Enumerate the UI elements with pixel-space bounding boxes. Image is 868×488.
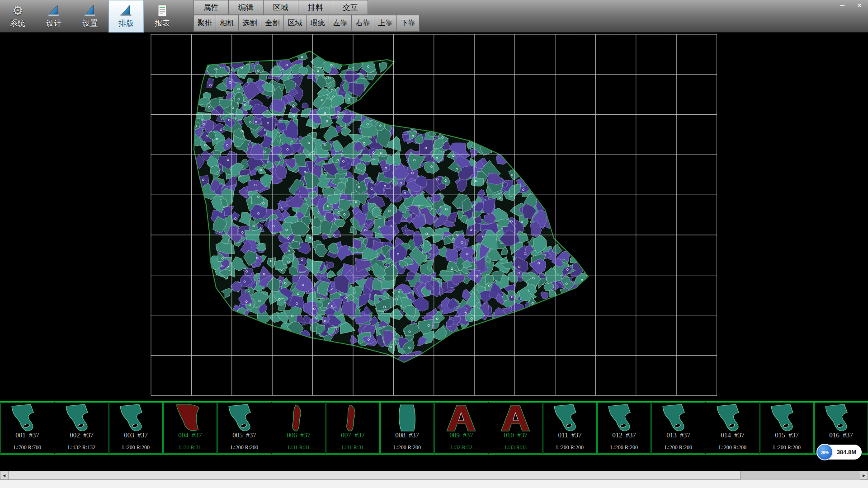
part-counts: L:132 R:132: [55, 444, 108, 451]
tool-button-聚排[interactable]: 聚排: [193, 15, 216, 32]
horizontal-scrollbar[interactable]: ◀ ▶: [0, 471, 868, 480]
part-counts: L:200 R:200: [598, 444, 651, 451]
part-counts: L:32 R:32: [435, 444, 488, 451]
part-shape: [711, 404, 755, 432]
part-shape: [6, 404, 49, 432]
part-thumbnail[interactable]: 009_#37L:32 R:32: [434, 402, 488, 454]
menu-tab-属性[interactable]: 属性: [193, 0, 229, 15]
part-shape: [820, 404, 863, 432]
part-thumbnail[interactable]: 005_#37L:200 R:200: [217, 402, 271, 454]
part-shape: [548, 404, 592, 432]
app-button-report-label: 报表: [155, 18, 170, 28]
tool-button-左靠[interactable]: 左靠: [329, 15, 352, 32]
scroll-left-arrow[interactable]: ◀: [0, 471, 8, 480]
part-thumbnail[interactable]: 011_#37L:200 R:200: [543, 402, 597, 454]
app-button-settings-label: 设置: [82, 18, 98, 28]
part-shape: [657, 404, 700, 432]
part-thumbnail[interactable]: 003_#37L:200 R:200: [109, 402, 163, 454]
part-name: 003_#37: [109, 432, 162, 439]
part-name: 014_#37: [706, 432, 759, 439]
part-name: 004_#37: [164, 432, 217, 439]
tool-button-区域[interactable]: 区域: [284, 15, 307, 32]
part-shape: [765, 404, 809, 432]
part-name: 001_#37: [1, 432, 54, 439]
part-counts: L:33 R:33: [489, 444, 542, 451]
part-name: 005_#37: [218, 432, 271, 439]
app-button-report[interactable]: 报表: [145, 0, 180, 33]
settings-icon: [83, 4, 97, 18]
part-thumbnail[interactable]: 014_#37L:200 R:200: [706, 402, 760, 454]
progress-ring: 38%: [816, 444, 833, 460]
part-shape: [331, 404, 375, 432]
close-button[interactable]: ✕: [854, 1, 865, 10]
tool-button-上靠[interactable]: 上靠: [374, 15, 397, 32]
menu-tab-排料[interactable]: 排料: [298, 0, 333, 15]
tool-button-下靠[interactable]: 下靠: [397, 15, 420, 32]
scroll-right-arrow[interactable]: ▶: [860, 471, 868, 480]
app-button-design[interactable]: 设计: [36, 0, 71, 33]
part-name: 009_#37: [435, 432, 488, 439]
part-counts: L:31 R:31: [164, 444, 217, 451]
menu-tab-区域[interactable]: 区域: [264, 0, 298, 15]
part-shape: [60, 404, 104, 432]
nesting-canvas[interactable]: [0, 33, 868, 401]
app-button-system[interactable]: ⚙ 系统: [0, 0, 35, 33]
part-name: 002_#37: [55, 432, 108, 439]
part-counts: L:200 R:200: [706, 444, 759, 451]
part-thumbnail[interactable]: 013_#37L:200 R:200: [651, 402, 705, 454]
part-thumbnail[interactable]: 001_#37L:700 R:700: [0, 402, 54, 454]
part-counts: L:31 R:31: [326, 444, 379, 451]
parts-strip: 001_#37L:700 R:700002_#37L:132 R:132003_…: [0, 401, 868, 455]
part-counts: L:200 R:200: [543, 444, 596, 451]
window-bottom-edge: [0, 480, 868, 488]
part-counts: L:31 R:31: [272, 444, 325, 451]
part-shape: [603, 404, 646, 432]
nesting-icon: [119, 4, 133, 18]
gear-icon: ⚙: [12, 4, 23, 18]
tool-button-row: 聚排相机选割全割区域瑕疵左靠右靠上靠下靠: [193, 15, 420, 32]
part-name: 012_#37: [598, 432, 651, 439]
toolbar: ⚙ 系统 设计 设置 排版: [0, 0, 868, 33]
tool-button-相机[interactable]: 相机: [216, 15, 239, 32]
menu-tab-编辑[interactable]: 编辑: [229, 0, 264, 15]
part-name: 013_#37: [652, 432, 705, 439]
tool-button-选割[interactable]: 选割: [239, 15, 261, 32]
part-counts: L:200 R:200: [652, 444, 705, 451]
tool-button-全割[interactable]: 全割: [261, 15, 284, 32]
minimize-button[interactable]: ─: [836, 1, 848, 10]
part-thumbnail[interactable]: 002_#37L:132 R:132: [55, 402, 108, 454]
part-thumbnail[interactable]: 007_#37L:31 R:31: [326, 402, 380, 454]
app-button-design-label: 设计: [46, 18, 61, 28]
app-button-nesting-label: 排版: [118, 18, 134, 28]
part-shape: [169, 404, 212, 432]
tool-button-瑕疵[interactable]: 瑕疵: [307, 15, 329, 32]
scrollbar-thumb[interactable]: [8, 471, 741, 480]
part-thumbnail[interactable]: 012_#37L:200 R:200: [597, 402, 651, 454]
app-button-settings[interactable]: 设置: [72, 0, 108, 33]
menu-tab-row: 属性编辑区域排料交互: [193, 0, 368, 15]
part-thumbnail[interactable]: 015_#37L:200 R:200: [760, 402, 814, 454]
menu-tab-交互[interactable]: 交互: [333, 0, 368, 15]
app-button-system-label: 系统: [10, 18, 25, 28]
application-window: ⚙ 系统 设计 设置 排版: [0, 0, 868, 488]
report-icon: [156, 4, 168, 18]
part-thumbnail[interactable]: 008_#37L:200 R:200: [380, 402, 434, 454]
part-shape: [386, 404, 429, 432]
part-name: 006_#37: [272, 432, 325, 439]
app-button-nesting[interactable]: 排版: [108, 0, 144, 33]
part-name: 010_#37: [489, 432, 542, 439]
canvas-area: [0, 33, 868, 401]
part-thumbnail[interactable]: 004_#37L:31 R:31: [163, 402, 217, 454]
part-name: 011_#37: [543, 432, 596, 439]
part-shape: [223, 404, 266, 432]
part-thumbnail[interactable]: 010_#37L:33 R:33: [489, 402, 542, 454]
part-counts: L:200 R:200: [381, 444, 434, 451]
part-shape: [277, 404, 321, 432]
tool-button-右靠[interactable]: 右靠: [352, 15, 374, 32]
part-counts: L:200 R:200: [218, 444, 271, 451]
part-name: 007_#37: [326, 432, 379, 439]
part-name: 016_#37: [815, 432, 868, 439]
part-thumbnail[interactable]: 006_#37L:31 R:31: [272, 402, 326, 454]
part-counts: L:200 R:200: [760, 444, 813, 451]
part-counts: L:700 R:700: [1, 444, 54, 451]
